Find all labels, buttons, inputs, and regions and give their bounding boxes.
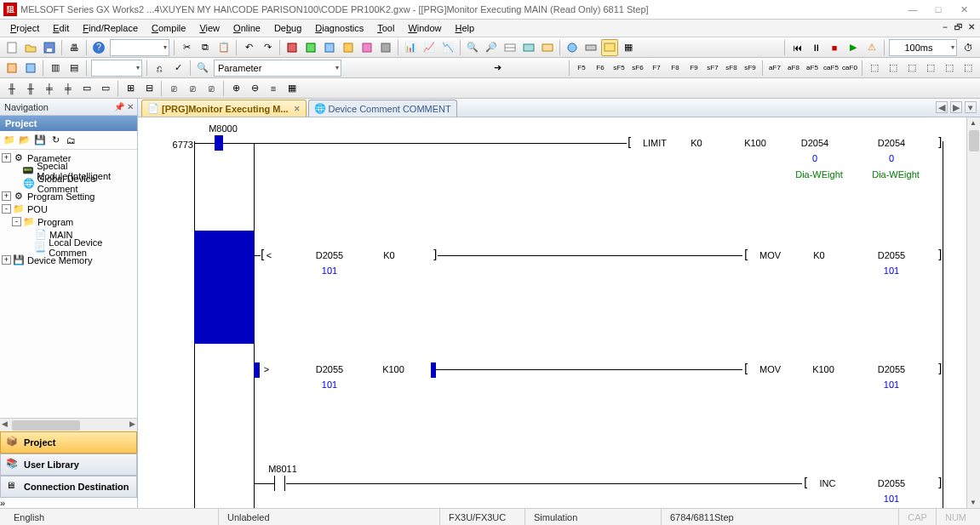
tb2-drop1[interactable]: [91, 60, 142, 77]
tb-n[interactable]: [539, 39, 556, 56]
tb2-s21[interactable]: ⬚: [960, 60, 977, 77]
tb-p[interactable]: [582, 39, 599, 56]
tb3-h[interactable]: ⊟: [140, 80, 158, 97]
tb2-a[interactable]: [3, 60, 20, 77]
tb-stop[interactable]: ■: [826, 39, 843, 56]
tb3-b[interactable]: ╫: [22, 80, 39, 97]
tb-warn[interactable]: ⚠: [863, 39, 880, 56]
navcat-project[interactable]: 📦Project: [0, 431, 137, 454]
tb-monitor[interactable]: [601, 39, 618, 56]
tb-f[interactable]: [377, 39, 394, 56]
tb-c[interactable]: [321, 39, 338, 56]
tb2-s11[interactable]: aF7: [766, 60, 783, 77]
tb2-go[interactable]: ➜: [489, 60, 506, 77]
tb2-s12[interactable]: aF8: [785, 60, 802, 77]
tab-next[interactable]: ▶: [950, 101, 962, 113]
tb-pause[interactable]: ⏸: [807, 39, 824, 56]
tree-local-device-commen[interactable]: 📃Local Device Commen: [0, 241, 137, 254]
mdi-restore[interactable]: 🗗: [954, 22, 963, 31]
tb3-d[interactable]: ╪: [60, 80, 77, 97]
tb-a[interactable]: [284, 39, 301, 56]
tb3-l[interactable]: ⊕: [227, 80, 244, 97]
menu-help[interactable]: Help: [449, 21, 482, 35]
navmini-3[interactable]: 💾: [33, 134, 47, 147]
tb2-s1[interactable]: F5: [573, 60, 590, 77]
tb2-s20[interactable]: ⬚: [941, 60, 958, 77]
tab--prg-monitor-executing-m-[interactable]: 📄[PRG]Monitor Executing M...✕: [141, 100, 307, 117]
menu-online[interactable]: Online: [226, 21, 267, 35]
zoom-dropdown[interactable]: [110, 39, 169, 56]
tb2-f[interactable]: ✓: [169, 60, 186, 77]
tb-e[interactable]: [358, 39, 375, 56]
tb-j[interactable]: 🔍: [464, 39, 481, 56]
open-button[interactable]: [22, 39, 39, 56]
menu-project[interactable]: Project: [3, 21, 46, 35]
tb-o[interactable]: [564, 39, 581, 56]
tb2-s9[interactable]: sF8: [723, 60, 740, 77]
cut-button[interactable]: ✂: [178, 39, 195, 56]
tree-program[interactable]: -📁Program: [0, 215, 137, 228]
menu-edit[interactable]: Edit: [46, 21, 76, 35]
undo-button[interactable]: ↶: [240, 39, 257, 56]
tb3-n[interactable]: ≡: [265, 80, 282, 97]
tb-d[interactable]: [340, 39, 357, 56]
timing-dropdown[interactable]: 100ms: [889, 39, 957, 56]
navmini-2[interactable]: 📂: [18, 134, 32, 147]
tb-b[interactable]: [302, 39, 319, 56]
menu-debug[interactable]: Debug: [267, 21, 308, 35]
tb3-m[interactable]: ⊖: [246, 80, 263, 97]
tree-global-device-comment[interactable]: 🌐Global Device Comment: [0, 177, 137, 190]
help-button[interactable]: ?: [90, 39, 107, 56]
tb-h[interactable]: 📈: [421, 39, 438, 56]
tb2-s2[interactable]: F6: [592, 60, 609, 77]
tb2-s13[interactable]: aF5: [804, 60, 821, 77]
tb-g[interactable]: 📊: [402, 39, 419, 56]
project-tree[interactable]: +⚙Parameter📟Special Module(Intelligent🌐G…: [0, 150, 137, 418]
tb3-k[interactable]: ⎚: [203, 80, 220, 97]
navmini-1[interactable]: 📁: [3, 134, 16, 147]
tb-m[interactable]: [520, 39, 537, 56]
tb-q[interactable]: ▦: [620, 39, 637, 56]
tb2-s8[interactable]: sF7: [704, 60, 721, 77]
tb3-a[interactable]: ╫: [3, 80, 20, 97]
tb3-c[interactable]: ╪: [41, 80, 58, 97]
navigation-grip[interactable]: »: [0, 498, 137, 508]
close-button[interactable]: ✕: [951, 1, 977, 18]
navmini-4[interactable]: ↻: [49, 134, 62, 147]
tb2-s4[interactable]: sF6: [629, 60, 646, 77]
tb-timeset[interactable]: ⏱: [960, 39, 977, 56]
menu-compile[interactable]: Compile: [145, 21, 192, 35]
tree-pou[interactable]: -📁POU: [0, 203, 137, 215]
tb2-s6[interactable]: F8: [667, 60, 684, 77]
tb2-s15[interactable]: caF0: [841, 60, 858, 77]
ladder-view[interactable]: 6773 M8000 [ LIMIT K0 K100 D2054 0 Dia-W…: [138, 117, 980, 508]
tb-l[interactable]: [501, 39, 519, 56]
mdi-minimize[interactable]: －: [941, 22, 949, 31]
tb2-c[interactable]: ▥: [47, 60, 64, 77]
menu-diagnostics[interactable]: Diagnostics: [308, 21, 370, 35]
tb-k[interactable]: 🔎: [483, 39, 500, 56]
tb2-s14[interactable]: caF5: [822, 60, 840, 77]
save-button[interactable]: [41, 39, 58, 56]
tab-device-comment-comment[interactable]: 🌐Device Comment COMMENT: [308, 100, 457, 117]
tb3-g[interactable]: ⊞: [122, 80, 139, 97]
tab-menu[interactable]: ▾: [965, 101, 977, 113]
tb2-s5[interactable]: F7: [648, 60, 665, 77]
navmini-5[interactable]: 🗂: [64, 134, 77, 147]
tb-rewind[interactable]: ⏮: [788, 39, 805, 56]
tb3-f[interactable]: ▭: [97, 80, 114, 97]
tb2-e[interactable]: ⎌: [151, 60, 168, 77]
tb-i[interactable]: 📉: [439, 39, 456, 56]
tab-prev[interactable]: ◀: [936, 101, 948, 113]
menu-window[interactable]: Window: [401, 21, 448, 35]
tb2-s19[interactable]: ⬚: [922, 60, 939, 77]
print-button[interactable]: 🖶: [66, 39, 83, 56]
tb2-s7[interactable]: F9: [685, 60, 702, 77]
vertical-scrollbar[interactable]: [966, 117, 980, 508]
redo-button[interactable]: ↷: [259, 39, 276, 56]
mdi-close[interactable]: ✕: [968, 22, 975, 31]
tb3-e[interactable]: ▭: [78, 80, 95, 97]
param-dropdown[interactable]: Parameter: [214, 60, 341, 77]
copy-button[interactable]: ⧉: [197, 39, 214, 56]
tb2-s10[interactable]: sF9: [742, 60, 759, 77]
